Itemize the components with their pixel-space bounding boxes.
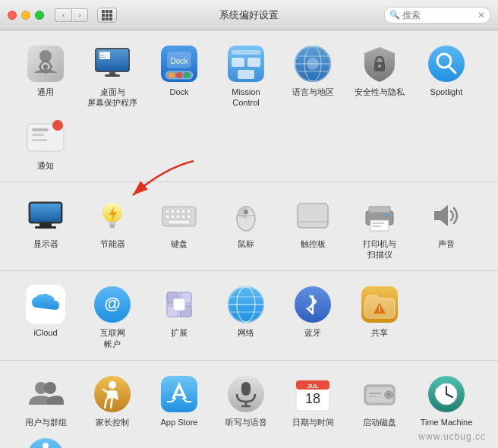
internet-icon: @ — [93, 285, 132, 324]
search-box[interactable]: 🔍 ✕ — [384, 7, 490, 24]
zoom-button[interactable] — [35, 11, 44, 20]
grid-view-button[interactable] — [97, 8, 117, 23]
appstore-label: App Store — [161, 417, 198, 427]
svg-point-37 — [428, 46, 465, 82]
traffic-lights — [8, 11, 44, 20]
printer-label: 打印机与扫描仪 — [363, 238, 396, 260]
dictation-icon — [226, 374, 266, 414]
pref-users[interactable]: 用户与群组 — [12, 370, 79, 432]
dictation-label: 听写与语音 — [225, 417, 267, 427]
pref-mission[interactable]: MissionControl — [213, 39, 279, 113]
svg-rect-85 — [173, 298, 185, 311]
internet-label: 互联网帐户 — [100, 327, 125, 349]
display-icon — [26, 196, 65, 235]
pref-appstore[interactable]: App Store — [146, 370, 213, 432]
printer-icon — [360, 196, 399, 235]
svg-rect-15 — [105, 74, 120, 77]
extensions-icon — [159, 285, 199, 324]
svg-point-116 — [387, 393, 390, 396]
svg-rect-58 — [187, 210, 191, 213]
section4-grid: 用户与群组 — [12, 370, 486, 448]
pref-datetime[interactable]: JUL 18 日期与时间 — [279, 370, 346, 432]
pref-spotlight[interactable]: Spotlight — [413, 39, 480, 113]
svg-rect-11 — [99, 52, 104, 54]
pref-accessibility[interactable]: 辅助功能 — [12, 432, 79, 448]
extensions-label: 扩展 — [171, 327, 188, 338]
pref-icloud[interactable]: iCloud — [12, 280, 79, 354]
svg-rect-62 — [181, 215, 185, 219]
pref-keyboard[interactable]: 键盘 — [146, 191, 213, 265]
pref-security[interactable]: 安全性与隐私 — [346, 39, 413, 113]
svg-rect-27 — [232, 50, 260, 55]
svg-text:JUL: JUL — [307, 383, 318, 390]
pref-notification[interactable]: 通知 — [12, 113, 79, 175]
svg-rect-118 — [369, 396, 377, 397]
pref-dictation[interactable]: 听写与语音 — [213, 370, 279, 432]
bluetooth-icon — [293, 285, 333, 324]
energy-icon — [93, 196, 132, 235]
svg-point-19 — [176, 72, 182, 78]
close-button[interactable] — [8, 11, 17, 20]
svg-rect-26 — [238, 70, 254, 79]
security-icon — [360, 44, 399, 84]
pref-internet[interactable]: @ 互联网帐户 — [79, 280, 146, 354]
language-icon — [293, 44, 333, 84]
users-label: 用户与群组 — [25, 417, 67, 427]
datetime-icon: JUL 18 — [293, 374, 333, 414]
pref-timemachine[interactable]: Time Machine — [413, 370, 480, 432]
pref-bluetooth[interactable]: 蓝牙 — [279, 280, 346, 354]
titlebar: ‹ › 系统偏好设置 🔍 ✕ — [0, 0, 498, 30]
trackpad-icon — [293, 196, 333, 235]
section2-grid: 显示器 — [12, 191, 486, 265]
svg-point-3 — [43, 65, 48, 69]
svg-rect-74 — [372, 222, 384, 224]
svg-rect-106 — [241, 382, 251, 396]
minimize-button[interactable] — [21, 11, 30, 20]
sharing-icon: ! — [360, 285, 399, 324]
pref-trackpad[interactable]: 触控板 — [279, 191, 346, 265]
pref-dock[interactable]: Dock Dock — [146, 39, 213, 113]
pref-mouse[interactable]: 鼠标 — [213, 191, 279, 265]
svg-rect-24 — [232, 58, 244, 67]
parental-label: 家长控制 — [96, 417, 129, 427]
svg-rect-72 — [369, 207, 390, 213]
desktop-icon — [93, 44, 132, 84]
startup-icon — [360, 374, 399, 414]
search-clear-button[interactable]: ✕ — [478, 10, 485, 21]
svg-text:!: ! — [378, 305, 380, 314]
pref-energy[interactable]: 节能器 — [79, 191, 146, 265]
pref-network[interactable]: 网络 — [213, 280, 279, 354]
pref-sharing[interactable]: ! 共享 — [346, 280, 413, 354]
pref-extensions[interactable]: 扩展 — [146, 280, 213, 354]
bluetooth-label: 蓝牙 — [304, 327, 321, 338]
svg-point-99 — [109, 381, 116, 389]
back-button[interactable]: ‹ — [55, 8, 71, 22]
pref-language[interactable]: 语言与地区 — [279, 39, 346, 113]
svg-point-18 — [169, 72, 175, 78]
users-icon — [26, 374, 65, 414]
svg-rect-42 — [32, 134, 44, 136]
search-input[interactable] — [402, 10, 475, 21]
appstore-icon — [159, 374, 199, 414]
mission-icon — [226, 44, 266, 84]
forward-button[interactable]: › — [71, 8, 88, 22]
pref-startup[interactable]: 启动磁盘 — [346, 370, 413, 432]
window-title: 系统偏好设置 — [219, 8, 279, 22]
watermark: www.ucbug.cc — [418, 431, 486, 442]
svg-rect-57 — [181, 210, 185, 213]
svg-rect-63 — [187, 215, 191, 219]
pref-parental[interactable]: 家长控制 — [79, 370, 146, 432]
pref-general[interactable]: 通用 — [12, 39, 79, 113]
svg-rect-59 — [165, 215, 169, 219]
svg-point-97 — [44, 382, 56, 394]
pref-printer[interactable]: 打印机与扫描仪 — [346, 191, 413, 265]
pref-sound[interactable]: 声音 — [413, 191, 480, 265]
section-hardware: 显示器 — [0, 182, 498, 272]
svg-rect-50 — [109, 222, 116, 224]
pref-display[interactable]: 显示器 — [12, 191, 79, 265]
pref-desktop[interactable]: 桌面与屏幕保护程序 — [79, 39, 146, 113]
section3-grid: iCloud @ 互联网帐户 — [12, 280, 486, 354]
svg-point-76 — [386, 214, 389, 217]
general-label: 通用 — [37, 87, 54, 97]
svg-rect-55 — [171, 210, 175, 213]
